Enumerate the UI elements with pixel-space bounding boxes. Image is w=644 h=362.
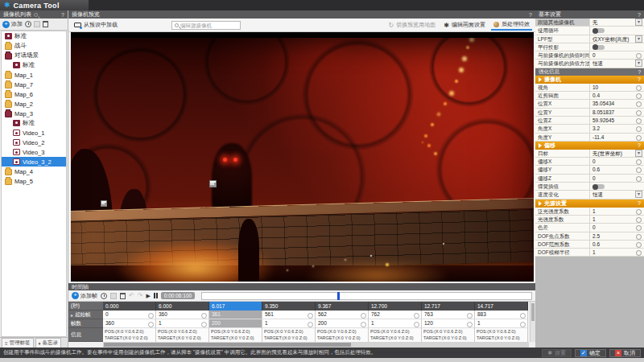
start-frame-cell[interactable]: 561 <box>262 311 316 319</box>
property-value[interactable]: 仅XY坐标(高度) <box>590 35 634 43</box>
keyframe-info-cell[interactable]: POS:(X:0 Y:0.6 Z:0) TARGET:(X:0 Y:0 Z:0) <box>156 328 209 342</box>
keyframe-info-cell[interactable]: POS:(X:0 Y:0.6 Z:0) TARGET:(X:0 Y:0 Z:0) <box>209 328 262 342</box>
property-value[interactable] <box>590 43 634 51</box>
property-value[interactable] <box>590 27 634 34</box>
property-value[interactable]: 0.6 <box>590 241 634 248</box>
ok-button[interactable]: ✓ 确定 <box>575 349 606 357</box>
start-frame-cell[interactable]: 763 <box>422 311 475 319</box>
property-control-icon[interactable] <box>634 100 644 107</box>
help-icon[interactable]: ? <box>638 12 641 18</box>
keyframe-info-cell[interactable]: POS:(X:0 Y:0.6 Z:0) TARGET:(X:0 Y:0 Z:0) <box>103 328 156 342</box>
tree-item[interactable]: Video_3_2 <box>2 157 66 167</box>
help-icon[interactable]: ? <box>638 76 641 82</box>
property-control-icon[interactable] <box>634 43 644 51</box>
frame-count-cell[interactable]: 1 <box>475 319 528 328</box>
add-camera-button[interactable]: + 添加 <box>2 20 23 28</box>
property-control-icon[interactable] <box>634 60 644 67</box>
property-control-icon[interactable] <box>634 183 644 190</box>
property-control-icon[interactable] <box>634 92 644 99</box>
tree-item[interactable]: Video_1 <box>2 128 66 138</box>
property-value[interactable]: 无(世界坐标) <box>590 150 634 157</box>
help-icon[interactable]: ? <box>638 200 641 206</box>
property-control-icon[interactable] <box>634 158 644 165</box>
property-value[interactable]: 35.05434 <box>590 100 634 107</box>
property-value[interactable]: 59.92645 <box>590 117 634 124</box>
camera-section-header[interactable]: 摄像机 ? <box>535 76 644 84</box>
property-control-icon[interactable] <box>634 84 644 91</box>
start-frame-cell[interactable]: 762 <box>369 311 422 319</box>
settings-button[interactable]: ✱ 设置 <box>542 349 572 357</box>
property-value[interactable]: 0 <box>590 175 634 182</box>
property-control-icon[interactable] <box>634 27 644 34</box>
trash-icon[interactable] <box>120 293 126 299</box>
tree-item[interactable]: Map_1 <box>2 70 66 80</box>
tree-item[interactable]: Map_6 <box>2 89 66 99</box>
load-preset-button[interactable]: 从预设中加载 <box>72 20 120 30</box>
tree-item[interactable]: Map_3 <box>2 109 66 118</box>
tree-item[interactable]: 标准 <box>2 118 66 128</box>
property-value[interactable]: 1 <box>590 249 634 256</box>
start-frame-cell[interactable]: 360 <box>156 311 209 319</box>
property-value[interactable]: -11.4 <box>590 134 634 141</box>
clock-icon[interactable] <box>101 293 107 299</box>
property-control-icon[interactable] <box>634 224 644 231</box>
property-control-icon[interactable] <box>634 249 644 256</box>
property-control-icon[interactable] <box>634 109 644 116</box>
property-value[interactable]: 1 <box>590 208 634 215</box>
frame-count-cell[interactable]: 1 <box>262 319 316 328</box>
tree-item[interactable]: Map_4 <box>2 167 66 176</box>
property-control-icon[interactable] <box>634 51 644 59</box>
keyframe-time-cell[interactable]: 12.700 <box>369 302 422 311</box>
property-value[interactable]: 0 <box>590 158 634 165</box>
keyframe-info-cell[interactable]: POS:(X:0 Y:0.6 Z:0) TARGET:(X:0 Y:0 Z:0) <box>369 328 422 342</box>
property-control-icon[interactable] <box>634 232 644 240</box>
property-value[interactable]: 0.4 <box>590 92 634 99</box>
keyframe-info-cell[interactable]: POS:(X:0 Y:0.6 Z:0) TARGET:(X:0 Y:0 Z:0) <box>422 328 475 342</box>
property-value[interactable]: 无 <box>590 19 634 26</box>
property-control-icon[interactable] <box>634 35 644 43</box>
keyframe-time-cell[interactable]: 6.000 <box>156 302 209 311</box>
post-fx-button[interactable]: 后处理特效 <box>491 19 532 31</box>
property-value[interactable]: 恒速 <box>590 60 634 67</box>
pause-icon[interactable] <box>154 293 158 298</box>
keyframe-time-cell[interactable]: 9.367 <box>316 302 369 311</box>
play-icon[interactable]: ▶ <box>146 293 150 298</box>
clock-icon[interactable] <box>25 21 31 27</box>
property-control-icon[interactable] <box>634 150 644 157</box>
cancel-button[interactable]: × 取消 <box>609 349 641 357</box>
start-frame-cell[interactable]: 883 <box>475 311 528 319</box>
frame-count-cell[interactable]: 200 <box>316 319 369 328</box>
start-frame-cell[interactable]: 0 <box>103 311 156 319</box>
tree-item[interactable]: Map_2 <box>2 99 66 109</box>
property-control-icon[interactable] <box>634 117 644 124</box>
row-label-start-frame[interactable]: 起始帧 <box>68 311 103 319</box>
property-value[interactable]: 10 <box>590 84 634 91</box>
property-control-icon[interactable] <box>634 19 644 26</box>
timeline-horizontal-scrollbar[interactable] <box>103 342 529 348</box>
property-value[interactable]: 1 <box>590 216 634 223</box>
tree-item[interactable]: Map_5 <box>2 176 66 186</box>
property-control-icon[interactable] <box>634 125 644 132</box>
keyframe-info-cell[interactable]: POS:(X:0 Y:0.6 Z:0) TARGET:(X:0 Y:0 Z:0) <box>316 328 369 342</box>
start-frame-cell[interactable]: 361 <box>209 311 262 319</box>
tree-item[interactable]: 标准 <box>2 60 66 70</box>
edit-view-settings-button[interactable]: ✱ 编辑画面设置 <box>441 20 488 30</box>
offset-section-header[interactable]: 偏移 ? <box>535 142 644 150</box>
property-control-icon[interactable] <box>634 166 644 173</box>
keyframe-time-cell[interactable]: 0.000 <box>103 302 156 311</box>
tree-item[interactable]: 战斗 <box>2 41 66 51</box>
property-value[interactable]: 8.051837 <box>590 109 634 116</box>
frame-count-cell[interactable]: 200 <box>209 319 262 328</box>
tree-item[interactable]: 标准 <box>2 31 66 41</box>
redo-icon[interactable]: ↷ <box>138 293 143 299</box>
switch-preview-map-button[interactable]: ↻ 切换预览用地图 <box>386 20 439 30</box>
source-camera-input[interactable] <box>180 23 237 28</box>
help-icon[interactable]: ? <box>61 12 64 18</box>
snapshot-icon[interactable] <box>110 293 117 299</box>
help-icon[interactable]: ? <box>638 69 641 75</box>
property-control-icon[interactable] <box>634 208 644 215</box>
tab-manage-labels[interactable]: ≡ 管理标签 <box>2 338 34 348</box>
playhead[interactable] <box>337 292 340 300</box>
property-value[interactable]: 恒速 <box>590 191 634 198</box>
keyframe-time-cell[interactable]: 12.717 <box>422 302 475 311</box>
